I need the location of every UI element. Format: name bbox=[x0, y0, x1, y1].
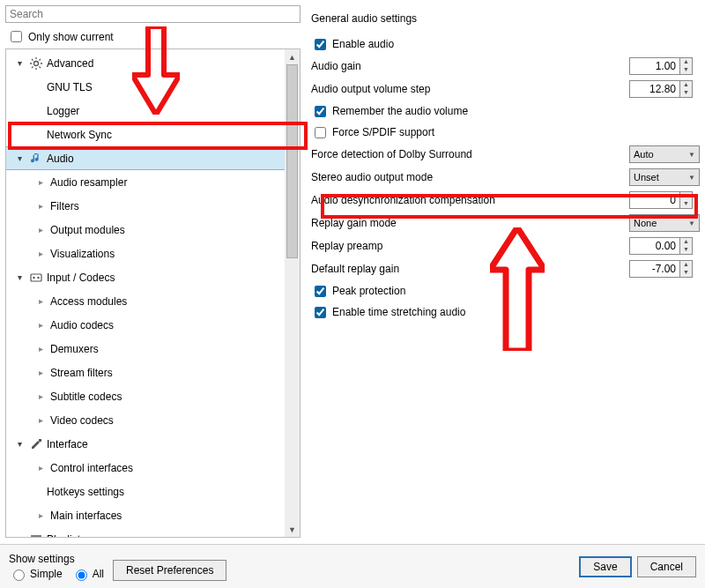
search-input[interactable] bbox=[5, 5, 301, 23]
only-show-current-box[interactable] bbox=[11, 31, 22, 42]
stereo-mode-combo[interactable]: Unset▼ bbox=[629, 168, 700, 186]
tree-label: Audio bbox=[47, 153, 74, 165]
tree-advanced[interactable]: Advanced bbox=[6, 51, 285, 75]
radio-all[interactable]: All bbox=[71, 567, 104, 581]
tree-control-interfaces[interactable]: Control interfaces bbox=[6, 456, 285, 480]
replay-gain-mode-label: Replay gain mode bbox=[311, 217, 629, 229]
svg-point-0 bbox=[34, 61, 39, 65]
caret-right-icon[interactable] bbox=[34, 415, 47, 425]
only-show-current-checkbox[interactable]: Only show current bbox=[5, 26, 301, 49]
dolby-label: Force detection of Dolby Surround bbox=[311, 148, 629, 160]
replay-preamp-label: Replay preamp bbox=[311, 240, 629, 252]
tree-input-codecs[interactable]: Input / Codecs bbox=[6, 265, 285, 289]
time-stretch-box[interactable] bbox=[315, 307, 326, 318]
caret-right-icon[interactable] bbox=[34, 249, 47, 258]
caret-right-icon[interactable] bbox=[34, 463, 47, 473]
cancel-button[interactable]: Cancel bbox=[637, 556, 696, 577]
caret-right-icon[interactable] bbox=[34, 225, 47, 234]
sidebar-panel: Only show current Advanced GNU TLS Logge… bbox=[5, 5, 301, 538]
audio-gain-spinner[interactable]: ▲▼ bbox=[680, 57, 693, 75]
tree-audio-resampler[interactable]: Audio resampler bbox=[6, 170, 285, 194]
tree-scrollbar[interactable]: ▲ ▼ bbox=[285, 49, 300, 537]
stereo-mode-label: Stereo audio output mode bbox=[311, 171, 629, 183]
force-spdif-box[interactable] bbox=[315, 127, 326, 138]
brush-icon bbox=[29, 437, 43, 451]
tree-gnu-tls[interactable]: GNU TLS bbox=[6, 75, 285, 99]
default-replay-gain-input[interactable] bbox=[629, 260, 680, 278]
settings-tree[interactable]: Advanced GNU TLS Logger Network Sync Aud… bbox=[6, 49, 285, 537]
tree-demuxers[interactable]: Demuxers bbox=[6, 337, 285, 361]
volume-step-input[interactable] bbox=[629, 80, 680, 98]
volume-step-label: Audio output volume step bbox=[311, 83, 629, 95]
caret-right-icon[interactable] bbox=[34, 177, 47, 187]
audio-gain-input[interactable] bbox=[629, 57, 680, 75]
replay-gain-mode-combo[interactable]: None▼ bbox=[629, 214, 700, 232]
caret-right-icon[interactable] bbox=[34, 201, 47, 211]
peak-protection-box[interactable] bbox=[315, 286, 326, 297]
tree-output-modules[interactable]: Output modules bbox=[6, 218, 285, 242]
time-stretch-checkbox[interactable]: Enable time stretching audio bbox=[311, 301, 700, 323]
caret-right-icon[interactable] bbox=[34, 368, 47, 377]
music-note-icon bbox=[29, 152, 43, 166]
caret-right-icon[interactable] bbox=[34, 510, 47, 520]
tree-audio-codecs[interactable]: Audio codecs bbox=[6, 313, 285, 337]
remember-volume-checkbox[interactable]: Remember the audio volume bbox=[311, 100, 700, 122]
scroll-thumb[interactable] bbox=[286, 64, 298, 258]
tree-stream-filters[interactable]: Stream filters bbox=[6, 361, 285, 384]
tree-main-interfaces[interactable]: Main interfaces bbox=[6, 503, 285, 527]
audio-gain-label: Audio gain bbox=[311, 60, 629, 72]
chevron-down-icon: ▼ bbox=[688, 174, 695, 182]
reset-preferences-button[interactable]: Reset Preferences bbox=[113, 560, 226, 581]
caret-down-icon[interactable] bbox=[13, 534, 26, 537]
tree-interface[interactable]: Interface bbox=[6, 432, 285, 456]
scroll-up-icon[interactable]: ▲ bbox=[285, 49, 300, 64]
svg-rect-4 bbox=[39, 439, 41, 442]
default-replay-gain-label: Default replay gain bbox=[311, 263, 629, 275]
enable-audio-checkbox[interactable]: Enable audio bbox=[311, 33, 700, 55]
tree-label: Input / Codecs bbox=[47, 272, 115, 284]
dolby-combo[interactable]: Auto▼ bbox=[629, 145, 700, 163]
desync-spinner[interactable]: ▲▼ bbox=[680, 191, 693, 209]
tree-filters[interactable]: Filters bbox=[6, 194, 285, 218]
footer-bar: Show settings Simple All Reset Preferenc… bbox=[0, 544, 705, 588]
caret-right-icon[interactable] bbox=[34, 344, 47, 354]
tree-subtitle-codecs[interactable]: Subtitle codecs bbox=[6, 384, 285, 408]
caret-right-icon[interactable] bbox=[34, 320, 47, 330]
tree-audio[interactable]: Audio bbox=[6, 146, 285, 170]
tree-access-modules[interactable]: Access modules bbox=[6, 289, 285, 313]
caret-down-icon[interactable] bbox=[13, 439, 26, 449]
remember-volume-box[interactable] bbox=[315, 106, 326, 117]
desync-input[interactable] bbox=[629, 191, 680, 209]
scroll-track[interactable] bbox=[285, 258, 300, 522]
tree-label: Playlist bbox=[47, 533, 80, 538]
force-spdif-checkbox[interactable]: Force S/PDIF support bbox=[311, 122, 700, 143]
caret-right-icon[interactable] bbox=[34, 296, 47, 306]
enable-audio-box[interactable] bbox=[315, 39, 326, 50]
caret-right-icon[interactable] bbox=[34, 391, 47, 401]
radio-simple[interactable]: Simple bbox=[9, 567, 63, 581]
svg-rect-1 bbox=[31, 274, 41, 281]
tree-logger[interactable]: Logger bbox=[6, 99, 285, 123]
default-replay-gain-spinner[interactable]: ▲▼ bbox=[680, 260, 693, 278]
caret-down-icon[interactable] bbox=[13, 58, 26, 68]
tree-visualizations[interactable]: Visualizations bbox=[6, 242, 285, 265]
tree-playlist[interactable]: Playlist bbox=[6, 527, 285, 537]
section-title: General audio settings bbox=[311, 12, 700, 25]
caret-down-icon[interactable] bbox=[13, 153, 26, 163]
save-button[interactable]: Save bbox=[579, 556, 631, 577]
desync-label: Audio desynchronization compensation bbox=[311, 194, 629, 206]
replay-preamp-input[interactable] bbox=[629, 237, 680, 255]
caret-down-icon[interactable] bbox=[13, 272, 26, 282]
tree-video-codecs[interactable]: Video codecs bbox=[6, 408, 285, 432]
chevron-down-icon: ▼ bbox=[688, 151, 695, 159]
tree-label: Advanced bbox=[47, 57, 93, 70]
scroll-down-icon[interactable]: ▼ bbox=[285, 522, 300, 537]
tree-hotkeys-settings[interactable]: Hotkeys settings bbox=[6, 480, 285, 503]
tree-network-sync[interactable]: Network Sync bbox=[6, 123, 285, 146]
svg-point-3 bbox=[37, 276, 39, 278]
playlist-icon bbox=[29, 532, 43, 538]
replay-preamp-spinner[interactable]: ▲▼ bbox=[680, 237, 693, 255]
peak-protection-checkbox[interactable]: Peak protection bbox=[311, 280, 700, 301]
settings-panel: General audio settings Enable audio Audi… bbox=[308, 5, 700, 538]
volume-step-spinner[interactable]: ▲▼ bbox=[680, 80, 693, 98]
